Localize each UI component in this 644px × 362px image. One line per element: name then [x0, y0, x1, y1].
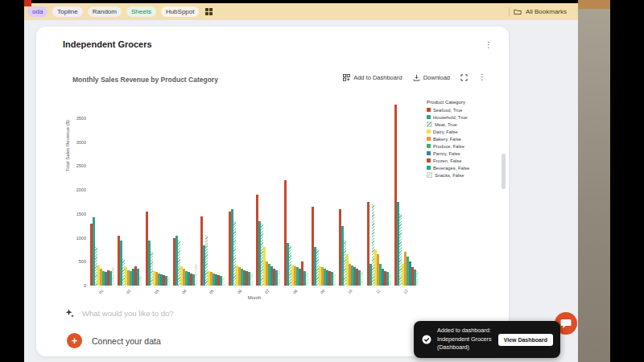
bar: [361, 271, 363, 286]
legend-item[interactable]: Pantry, False: [427, 150, 469, 157]
browser-window: odaToplineRandomSheetsHubSppot All Bookm…: [24, 0, 578, 362]
legend-item[interactable]: Seafood, True: [427, 106, 469, 113]
legend-title: Product Category: [427, 99, 469, 105]
y-tick-0: 0: [84, 283, 86, 288]
x-tick-04: 04: [181, 288, 188, 294]
legend-item[interactable]: Dairy, False: [427, 128, 469, 135]
dashboard-icon: [343, 74, 350, 81]
x-tick-01: 01: [98, 288, 105, 294]
legend-item[interactable]: Frozen, False: [427, 157, 469, 164]
bar-plot: 010203040506070809101112: [90, 102, 419, 286]
chat-bubble-icon: [560, 319, 572, 329]
add-to-dashboard-button[interactable]: Add to Dashboard: [343, 74, 402, 81]
screen: { "browser": { "bookmarks": [ {"label": …: [0, 0, 644, 362]
x-tick-02: 02: [126, 288, 132, 294]
bar: [250, 274, 253, 286]
card-menu-icon[interactable]: ⋮: [485, 41, 493, 49]
bookmark-hubsppot[interactable]: HubSppot: [161, 6, 200, 17]
background-window-edge: [578, 0, 610, 9]
legend-item[interactable]: Bakery, False: [427, 135, 469, 142]
legend-label: Dairy, False: [433, 130, 458, 134]
bar: [167, 277, 170, 286]
x-tick-10: 10: [347, 288, 353, 294]
x-tick-12: 12: [402, 288, 408, 294]
x-tick-07: 07: [264, 288, 270, 294]
download-icon: [413, 74, 420, 81]
legend-item[interactable]: Beverages, False: [427, 164, 469, 171]
x-axis-label: Month: [90, 295, 419, 300]
x-tick-08: 08: [291, 288, 298, 294]
bar: [278, 271, 280, 286]
sparkle-icon: [65, 309, 74, 318]
legend-label: Snacks, False: [435, 173, 464, 178]
bookmarks-bar: odaToplineRandomSheetsHubSppot All Bookm…: [24, 3, 578, 20]
x-tick-11: 11: [374, 288, 381, 294]
app-page: Independent Grocers ⋮ Monthly Sales Reve…: [24, 20, 578, 362]
legend-label: Beverages, False: [433, 166, 469, 171]
chart-menu-icon[interactable]: ⋮: [478, 73, 486, 81]
legend-item[interactable]: Meat, True: [427, 121, 469, 128]
legend-swatch: [427, 130, 431, 134]
y-tick-3000: 3000: [76, 140, 86, 145]
bookmark-sheets[interactable]: Sheets: [126, 6, 156, 17]
legend-swatch: [427, 166, 431, 170]
connect-data-button[interactable]: + Connect your data: [67, 333, 161, 348]
connect-data-label: Connect your data: [92, 336, 161, 346]
download-button[interactable]: Download: [413, 74, 450, 81]
fullscreen-icon: [460, 74, 468, 81]
bar: [306, 272, 308, 286]
check-icon: [422, 335, 431, 344]
y-tick-2000: 2000: [76, 187, 86, 192]
view-dashboard-button[interactable]: View Dashboard: [498, 334, 553, 346]
legend-label: Pantry, False: [433, 151, 460, 156]
bookmarks-divider: [509, 7, 510, 16]
bar-group-month-07: 07: [256, 102, 280, 286]
bar: [416, 271, 419, 286]
chart-legend: Product Category Seafood, TrueHousehold,…: [427, 99, 469, 179]
desktop-background: [578, 0, 610, 362]
legend-swatch: [427, 137, 431, 141]
legend-item[interactable]: Household, True: [427, 113, 469, 121]
bookmark-random[interactable]: Random: [88, 6, 122, 17]
apps-grid-icon[interactable]: [205, 8, 213, 15]
bookmark-topline[interactable]: Topline: [52, 6, 82, 17]
y-tick-500: 500: [79, 259, 86, 264]
bar: [222, 277, 225, 286]
chart-title: Monthly Sales Revenue by Product Categor…: [72, 76, 218, 84]
x-tick-03: 03: [153, 288, 159, 294]
bar-group-month-01: 01: [90, 102, 114, 286]
all-bookmarks-button[interactable]: All Bookmarks: [526, 8, 567, 15]
legend-label: Meat, True: [435, 122, 457, 127]
y-axis-ticks: 0500100015002000250030003500: [36, 102, 89, 286]
scrollbar-thumb[interactable]: [502, 154, 506, 189]
bar-group-month-08: 08: [284, 102, 308, 286]
bar-group-month-10: 10: [339, 102, 363, 286]
expand-button[interactable]: [460, 74, 468, 81]
legend-item[interactable]: Snacks, False: [427, 171, 469, 179]
bar-group-month-12: 12: [394, 102, 419, 286]
legend-label: Produce, False: [433, 144, 464, 149]
legend-label: Bakery, False: [433, 137, 461, 142]
bar: [112, 267, 114, 286]
legend-swatch: [427, 144, 431, 148]
x-tick-05: 05: [208, 288, 215, 294]
bar-group-month-09: 09: [312, 102, 336, 286]
legend-label: Seafood, True: [433, 108, 462, 113]
legend-item[interactable]: Produce, False: [427, 142, 469, 150]
legend-swatch: [427, 151, 431, 155]
bookmark-oda[interactable]: oda: [27, 6, 47, 17]
x-tick-06: 06: [236, 288, 242, 294]
prompt-input[interactable]: What would you like to do?: [65, 309, 174, 318]
bar-group-month-11: 11: [367, 102, 391, 286]
y-tick-1500: 1500: [76, 212, 86, 216]
y-tick-2500: 2500: [76, 163, 86, 168]
legend-swatch: [427, 108, 431, 112]
bar-group-month-03: 03: [146, 102, 170, 286]
bookmark-list: odaToplineRandomSheetsHubSppot: [24, 6, 199, 17]
legend-swatch: [427, 158, 431, 162]
bar: [195, 264, 197, 286]
bar: [139, 276, 142, 286]
legend-swatch: [427, 172, 432, 178]
bar-group-month-04: 04: [173, 102, 197, 286]
legend-swatch: [427, 121, 432, 127]
